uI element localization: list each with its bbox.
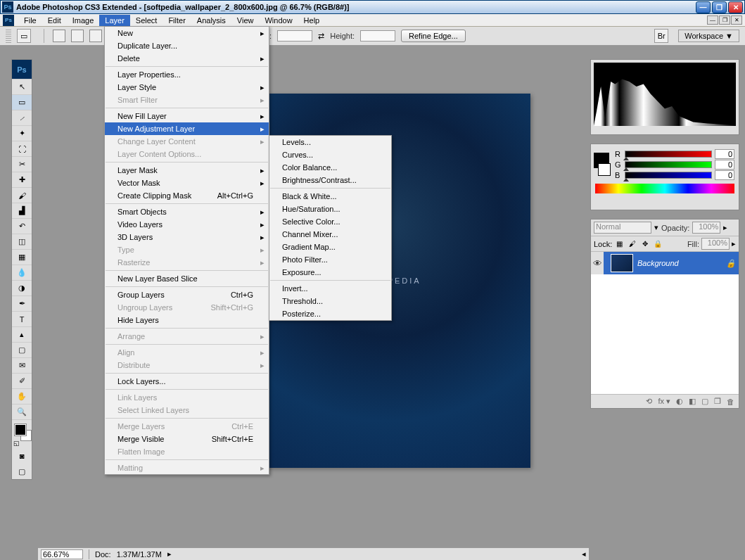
submenuitem-hue-saturation-[interactable]: Hue/Saturation... bbox=[269, 203, 391, 215]
submenuitem-curves-[interactable]: Curves... bbox=[269, 148, 391, 161]
menu-image[interactable]: Image bbox=[67, 15, 100, 26]
layers-footer-icon-1[interactable]: fx ▾ bbox=[658, 397, 670, 406]
layers-footer-icon-4[interactable]: ▢ bbox=[701, 397, 708, 406]
minimize-button[interactable]: — bbox=[696, 1, 711, 13]
submenuitem-channel-mixer-[interactable]: Channel Mixer... bbox=[269, 228, 391, 241]
fill-input[interactable]: 100% bbox=[701, 238, 730, 250]
menuitem-duplicate-layer-[interactable]: Duplicate Layer... bbox=[105, 39, 269, 52]
menuitem-new-layer-based-slice[interactable]: New Layer Based Slice bbox=[105, 272, 269, 285]
layers-footer-icon-6[interactable]: 🗑 bbox=[727, 397, 734, 406]
swap-icon[interactable]: ⇄ bbox=[318, 32, 324, 41]
menuitem-video-layers[interactable]: Video Layers▸ bbox=[105, 218, 269, 231]
dodge-tool[interactable]: ◑ bbox=[12, 281, 32, 296]
layers-footer-icon-3[interactable]: ◧ bbox=[689, 397, 696, 406]
channel-value-r[interactable]: 0 bbox=[715, 149, 734, 159]
crop-tool[interactable]: ⛶ bbox=[12, 141, 32, 157]
eraser-tool[interactable]: ◫ bbox=[12, 234, 32, 250]
brush-tool[interactable]: 🖌 bbox=[12, 188, 32, 203]
slice-tool[interactable]: ✂ bbox=[12, 157, 32, 172]
menu-file[interactable]: File bbox=[18, 15, 42, 26]
hand-tool[interactable]: ✋ bbox=[12, 389, 32, 405]
channel-value-b[interactable]: 0 bbox=[715, 170, 734, 180]
menuitem-lock-layers-[interactable]: Lock Layers... bbox=[105, 375, 269, 388]
grip-icon[interactable] bbox=[6, 29, 11, 43]
lock-position-icon[interactable]: ✥ bbox=[639, 238, 650, 249]
submenuitem-exposure-[interactable]: Exposure... bbox=[269, 266, 391, 279]
submenuitem-photo-filter-[interactable]: Photo Filter... bbox=[269, 253, 391, 266]
history-brush-tool[interactable]: ↶ bbox=[12, 219, 32, 234]
refine-edge-button[interactable]: Refine Edge... bbox=[401, 30, 466, 42]
clone-stamp-tool[interactable]: ▟ bbox=[12, 203, 32, 219]
submenuitem-gradient-map-[interactable]: Gradient Map... bbox=[269, 241, 391, 253]
menuitem-group-layers[interactable]: Group LayersCtrl+G bbox=[105, 288, 269, 301]
quick-mask-icon[interactable]: ◙ bbox=[12, 448, 32, 464]
foreground-color[interactable] bbox=[15, 424, 26, 435]
expand-icon[interactable]: ▾ bbox=[654, 223, 658, 232]
menuitem-hide-layers[interactable]: Hide Layers bbox=[105, 314, 269, 326]
menu-window[interactable]: Window bbox=[259, 15, 298, 26]
move-tool[interactable]: ↖ bbox=[12, 79, 32, 95]
menuitem-new-fill-layer[interactable]: New Fill Layer▸ bbox=[105, 110, 269, 122]
scroll-left-icon[interactable]: ◂ bbox=[582, 549, 586, 559]
menu-select[interactable]: Select bbox=[130, 15, 163, 26]
doc-close[interactable]: ✕ bbox=[731, 15, 742, 25]
maximize-button[interactable]: ❐ bbox=[712, 1, 727, 13]
blend-mode-select[interactable]: Normal bbox=[594, 222, 651, 234]
lock-image-icon[interactable]: 🖌 bbox=[627, 238, 637, 249]
pen-tool[interactable]: ✒ bbox=[12, 296, 32, 312]
color-spectrum[interactable] bbox=[595, 184, 734, 193]
reset-colors-icon[interactable]: ◱ bbox=[13, 440, 20, 447]
workspace-selector[interactable]: Workspace ▼ bbox=[678, 30, 739, 42]
layers-footer-icon-5[interactable]: ❐ bbox=[714, 397, 721, 406]
menuitem-layer-properties-[interactable]: Layer Properties... bbox=[105, 68, 269, 81]
zoom-input[interactable] bbox=[41, 549, 83, 559]
new-selection-icon[interactable] bbox=[53, 30, 65, 42]
magic-wand-tool[interactable]: ✦ bbox=[12, 126, 32, 141]
menuitem--d-layers[interactable]: 3D Layers▸ bbox=[105, 231, 269, 243]
type-tool[interactable]: T bbox=[12, 312, 32, 327]
submenuitem-levels-[interactable]: Levels... bbox=[269, 136, 391, 148]
warning-icon[interactable]: ⚠ bbox=[725, 63, 732, 73]
menu-analysis[interactable]: Analysis bbox=[191, 15, 231, 26]
menuitem-merge-visible[interactable]: Merge VisibleShift+Ctrl+E bbox=[105, 433, 269, 445]
menu-edit[interactable]: Edit bbox=[42, 15, 67, 26]
submenuitem-posterize-[interactable]: Posterize... bbox=[269, 307, 391, 320]
submenuitem-selective-color-[interactable]: Selective Color... bbox=[269, 215, 391, 228]
height-input[interactable] bbox=[360, 30, 395, 42]
submenuitem-black-white-[interactable]: Black & White... bbox=[269, 190, 391, 203]
layer-thumbnail[interactable] bbox=[611, 254, 633, 272]
menuitem-new-adjustment-layer[interactable]: New Adjustment Layer▸ bbox=[105, 122, 269, 135]
rectangle-tool[interactable]: ▢ bbox=[12, 343, 32, 358]
ps-logo[interactable]: Ps bbox=[12, 60, 32, 79]
add-selection-icon[interactable] bbox=[71, 30, 84, 42]
lasso-tool[interactable]: ⟋ bbox=[12, 110, 32, 126]
gradient-tool[interactable]: ▦ bbox=[12, 250, 32, 265]
submenuitem-threshold-[interactable]: Threshold... bbox=[269, 295, 391, 307]
lock-transparent-icon[interactable]: ▦ bbox=[614, 238, 625, 249]
submenuitem-brightness-contrast-[interactable]: Brightness/Contrast... bbox=[269, 174, 391, 186]
layer-row[interactable]: Background 🔒 bbox=[604, 252, 739, 274]
submenuitem-invert-[interactable]: Invert... bbox=[269, 282, 391, 295]
submenuitem-color-balance-[interactable]: Color Balance... bbox=[269, 161, 391, 174]
menu-help[interactable]: Help bbox=[298, 15, 326, 26]
subtract-selection-icon[interactable] bbox=[89, 30, 102, 42]
opacity-arrow-icon[interactable]: ▸ bbox=[723, 223, 727, 232]
slider-track-r[interactable] bbox=[625, 151, 712, 158]
marquee-tool[interactable]: ▭ bbox=[12, 95, 32, 110]
opacity-input[interactable]: 100% bbox=[692, 222, 720, 234]
menuitem-smart-objects[interactable]: Smart Objects▸ bbox=[105, 205, 269, 218]
menu-view[interactable]: View bbox=[231, 15, 260, 26]
screen-mode-icon[interactable]: ▢ bbox=[12, 464, 32, 479]
path-selection-tool[interactable]: ▴ bbox=[12, 327, 32, 343]
doc-restore[interactable]: ❐ bbox=[719, 15, 730, 25]
menuitem-delete[interactable]: Delete▸ bbox=[105, 52, 269, 65]
zoom-tool[interactable]: 🔍 bbox=[12, 405, 32, 420]
menuitem-vector-mask[interactable]: Vector Mask▸ bbox=[105, 177, 269, 189]
menuitem-layer-style[interactable]: Layer Style▸ bbox=[105, 81, 269, 94]
menuitem-layer-mask[interactable]: Layer Mask▸ bbox=[105, 164, 269, 177]
layer-visibility-icon[interactable]: 👁 bbox=[591, 252, 604, 274]
lock-all-icon[interactable]: 🔒 bbox=[652, 238, 663, 249]
bridge-icon[interactable]: Br bbox=[654, 29, 668, 43]
blur-tool[interactable]: 💧 bbox=[12, 265, 32, 281]
healing-brush-tool[interactable]: ✚ bbox=[12, 172, 32, 188]
